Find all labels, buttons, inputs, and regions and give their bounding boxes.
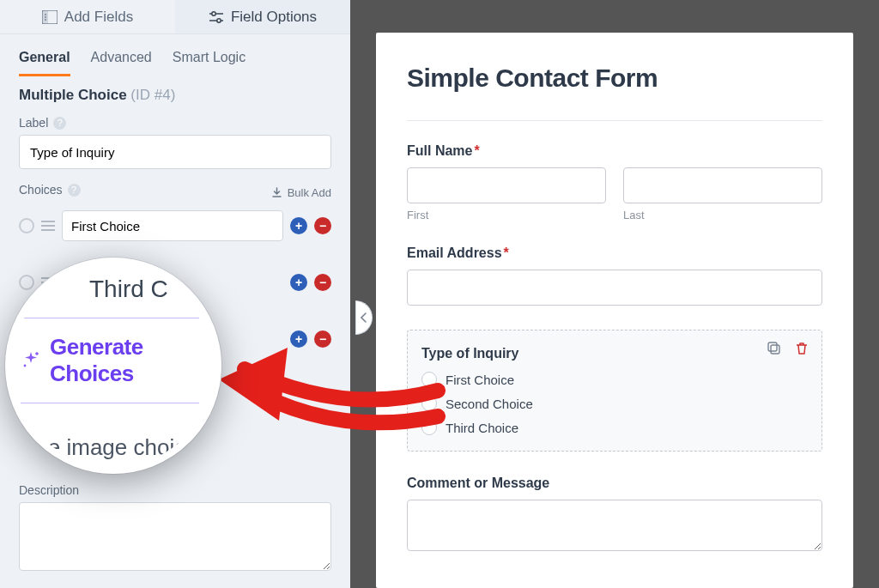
subtab-advanced[interactable]: Advanced	[91, 50, 152, 76]
tab-field-options-label: Field Options	[231, 9, 317, 26]
inquiry-option[interactable]: First Choice	[421, 372, 808, 387]
choices-label: Choices ?	[19, 183, 81, 197]
svg-point-8	[217, 18, 221, 21]
svg-rect-10	[768, 342, 777, 351]
remove-choice-button[interactable]: −	[314, 274, 331, 291]
inquiry-label: Type of Inquiry	[421, 346, 808, 361]
bulk-add-label: Bulk Add	[288, 186, 331, 199]
add-choice-button[interactable]: +	[290, 217, 307, 234]
top-tabs: Add Fields Field Options	[0, 0, 350, 34]
field-block-comment: Comment or Message	[407, 476, 822, 555]
form-title: Simple Contact Form	[407, 64, 822, 93]
trash-icon[interactable]	[794, 341, 809, 356]
last-sublabel: Last	[623, 209, 822, 221]
sparkle-icon	[21, 350, 41, 371]
label-input[interactable]	[19, 135, 331, 169]
subtab-smart-logic[interactable]: Smart Logic	[173, 50, 246, 76]
selected-field-inquiry[interactable]: Type of Inquiry First Choice Second Choi…	[407, 330, 822, 452]
inquiry-option[interactable]: Third Choice	[421, 420, 808, 435]
svg-point-12	[24, 365, 27, 367]
first-name-input[interactable]	[407, 167, 606, 203]
choice-input[interactable]	[62, 210, 283, 241]
field-heading: Multiple Choice (ID #4)	[19, 87, 331, 104]
generate-choices-label: Generate Choices	[50, 334, 199, 387]
form-preview: Simple Contact Form Full Name* First Las…	[350, 0, 879, 588]
choice-row: + −	[19, 210, 331, 241]
generate-choices-button[interactable]: Generate Choices	[21, 318, 199, 403]
magnifier-overlay: Third C Generate Choices Use image choic	[5, 258, 221, 474]
email-label: Email Address	[407, 246, 502, 260]
svg-point-6	[212, 11, 215, 15]
bulk-add-link[interactable]: Bulk Add	[271, 186, 331, 199]
sliders-icon	[209, 10, 224, 24]
download-icon	[271, 187, 282, 198]
field-id: (ID #4)	[130, 87, 175, 103]
full-name-label: Full Name	[407, 143, 472, 158]
fields-icon	[42, 10, 58, 24]
comment-input[interactable]	[407, 500, 822, 551]
description-input[interactable]	[19, 502, 331, 571]
label-label: Label ?	[19, 116, 331, 130]
help-icon[interactable]: ?	[53, 117, 66, 130]
tab-add-fields-label: Add Fields	[64, 9, 133, 26]
field-block-email: Email Address*	[407, 246, 822, 306]
comment-label: Comment or Message	[407, 476, 822, 491]
svg-rect-9	[771, 345, 779, 354]
tab-add-fields[interactable]: Add Fields	[0, 0, 175, 33]
help-icon[interactable]: ?	[68, 184, 81, 197]
duplicate-icon[interactable]	[767, 341, 782, 356]
field-block-name: Full Name* First Last	[407, 143, 822, 221]
subtab-general[interactable]: General	[19, 50, 70, 76]
remove-choice-button[interactable]: −	[314, 217, 331, 234]
add-choice-button[interactable]: +	[290, 274, 307, 291]
drag-handle-icon[interactable]	[41, 221, 55, 231]
choice-default-radio[interactable]	[19, 275, 34, 290]
field-type: Multiple Choice	[19, 87, 127, 103]
first-sublabel: First	[407, 209, 606, 221]
subtabs: General Advanced Smart Logic	[0, 34, 350, 87]
svg-point-11	[35, 352, 39, 355]
description-label: Description	[19, 483, 331, 497]
form-card: Simple Contact Form Full Name* First Las…	[376, 33, 853, 588]
svg-marker-13	[219, 348, 288, 421]
choice-default-radio[interactable]	[19, 218, 34, 233]
inquiry-option[interactable]: Second Choice	[421, 396, 808, 411]
last-name-input[interactable]	[623, 167, 822, 203]
email-input[interactable]	[407, 270, 822, 306]
tab-field-options[interactable]: Field Options	[175, 0, 350, 33]
